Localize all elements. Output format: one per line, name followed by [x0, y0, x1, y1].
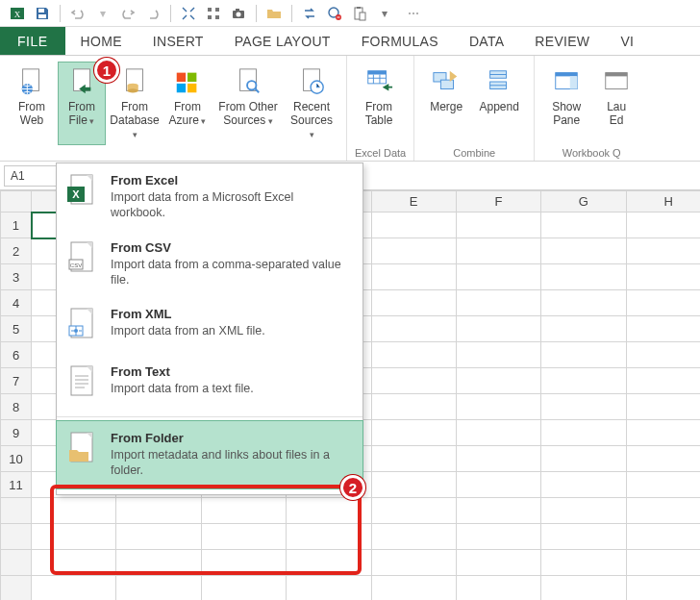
row-header[interactable]: 2 [1, 238, 32, 264]
menu-item-from-csv[interactable]: CSV From CSV Import data from a comma-se… [57, 231, 362, 298]
grid-icon[interactable] [204, 4, 223, 23]
col-header[interactable]: G [541, 191, 626, 212]
excel-file-icon: X [66, 173, 99, 212]
separator [291, 5, 292, 22]
svg-rect-41 [606, 73, 628, 77]
svg-rect-39 [570, 76, 578, 88]
undo-icon[interactable] [68, 4, 88, 23]
menu-separator [57, 416, 362, 417]
menu-item-from-text[interactable]: From Text Import data from a text file. [57, 355, 362, 412]
compress-icon[interactable] [179, 4, 198, 23]
svg-point-53 [74, 329, 78, 333]
ribbon-group-getdata: From Web From File From Database From Az… [0, 56, 347, 161]
row-header[interactable]: 9 [1, 420, 32, 446]
row-header[interactable]: 4 [1, 290, 32, 316]
ribbon-group-workbook: Show Pane Lau Ed Workbook Q [535, 56, 648, 161]
ribbon-tabstrip: FILE HOME INSERT PAGE LAYOUT FORMULAS DA… [0, 27, 700, 56]
menu-item-from-excel[interactable]: X From Excel Import data from a Microsof… [57, 163, 362, 231]
ribbon-group-exceldata: From Table Excel Data [347, 56, 414, 161]
tab-review[interactable]: REVIEW [519, 27, 605, 55]
row-header[interactable]: 7 [1, 368, 32, 394]
launch-editor-button[interactable]: Lau Ed [592, 62, 640, 145]
overflow-icon[interactable]: ⋯ [404, 4, 423, 23]
col-header[interactable]: E [371, 191, 456, 212]
text-file-icon [66, 364, 99, 403]
folder-open-icon[interactable] [264, 4, 284, 23]
tab-insert[interactable]: INSERT [138, 27, 219, 55]
row-header[interactable] [1, 524, 32, 550]
group-label: Combine [422, 145, 526, 159]
select-all-corner[interactable] [1, 191, 32, 212]
redo-icon[interactable] [118, 4, 138, 23]
tab-formulas[interactable]: FORMULAS [346, 27, 454, 55]
undo-last-icon[interactable] [143, 4, 162, 23]
from-web-button[interactable]: From Web [8, 62, 56, 145]
globe-page-icon [16, 66, 47, 97]
menu-item-title: From Excel [111, 173, 351, 188]
pane-icon [551, 66, 582, 97]
row-header[interactable]: 11 [1, 472, 32, 498]
undo-dropdown-icon[interactable]: ▾ [93, 4, 112, 23]
xml-file-icon [66, 307, 99, 345]
row-header[interactable] [1, 498, 32, 524]
group-label [8, 145, 338, 159]
dropdown-icon[interactable]: ▾ [375, 4, 394, 23]
menu-item-from-folder[interactable]: From Folder Import metadata and links ab… [56, 420, 363, 489]
merge-button[interactable]: Merge [422, 62, 470, 145]
show-pane-button[interactable]: Show Pane [542, 62, 590, 145]
svg-rect-38 [556, 73, 578, 77]
paste-clip-icon[interactable] [350, 4, 369, 23]
label: From Other Sources [218, 101, 277, 128]
svg-rect-24 [188, 73, 196, 82]
from-table-button[interactable]: From Table [355, 62, 403, 145]
from-other-sources-button[interactable]: From Other Sources [213, 62, 283, 145]
label: From Azure [169, 101, 207, 128]
menu-item-from-xml[interactable]: From XML Import data from an XML file. [57, 297, 362, 355]
svg-rect-26 [188, 84, 196, 92]
svg-rect-32 [368, 71, 387, 75]
tab-file[interactable]: FILE [0, 27, 65, 55]
menu-item-desc: Import data from a text file. [111, 381, 351, 396]
col-header[interactable]: F [456, 191, 540, 212]
tab-data[interactable]: DATA [454, 27, 519, 55]
svg-rect-34 [441, 80, 454, 88]
group-label: Excel Data [355, 145, 406, 159]
menu-item-desc: Import data from an XML file. [111, 323, 351, 338]
from-azure-button[interactable]: From Azure [163, 62, 212, 145]
row-header[interactable] [1, 576, 32, 601]
page-arrow-icon [66, 66, 97, 97]
row-header[interactable]: 3 [1, 264, 32, 290]
menu-item-title: From CSV [111, 240, 351, 255]
svg-rect-10 [236, 9, 239, 11]
label: Append [480, 101, 519, 114]
row-header[interactable]: 8 [1, 394, 32, 420]
row-header[interactable]: 6 [1, 342, 32, 368]
row-header[interactable]: 10 [1, 446, 32, 472]
append-icon [484, 66, 514, 97]
camera-icon[interactable] [229, 4, 248, 23]
svg-rect-14 [357, 7, 361, 9]
label: Recent Sources [288, 101, 336, 140]
row-header[interactable]: 1 [1, 212, 32, 238]
db-page-icon [119, 66, 150, 97]
row-header[interactable] [1, 550, 32, 576]
tab-home[interactable]: HOME [65, 27, 138, 55]
label: Show Pane [552, 101, 581, 128]
save-icon[interactable] [33, 4, 52, 23]
svg-rect-4 [208, 8, 212, 12]
svg-text:CSV: CSV [70, 262, 82, 268]
recent-sources-button[interactable]: Recent Sources [285, 62, 338, 145]
svg-rect-23 [177, 73, 186, 82]
separator [60, 5, 61, 22]
svg-text:X: X [72, 188, 80, 200]
swap-icon[interactable] [300, 4, 319, 23]
tab-page-layout[interactable]: PAGE LAYOUT [219, 27, 346, 55]
row-header[interactable]: 5 [1, 316, 32, 342]
refresh-remove-icon[interactable] [325, 4, 344, 23]
append-button[interactable]: Append [472, 62, 526, 145]
col-header[interactable]: H [626, 191, 700, 212]
page-search-icon [233, 66, 263, 97]
tab-view-partial[interactable]: VI [605, 27, 649, 55]
merge-icon [431, 66, 462, 97]
name-box[interactable]: A1 [4, 165, 60, 187]
